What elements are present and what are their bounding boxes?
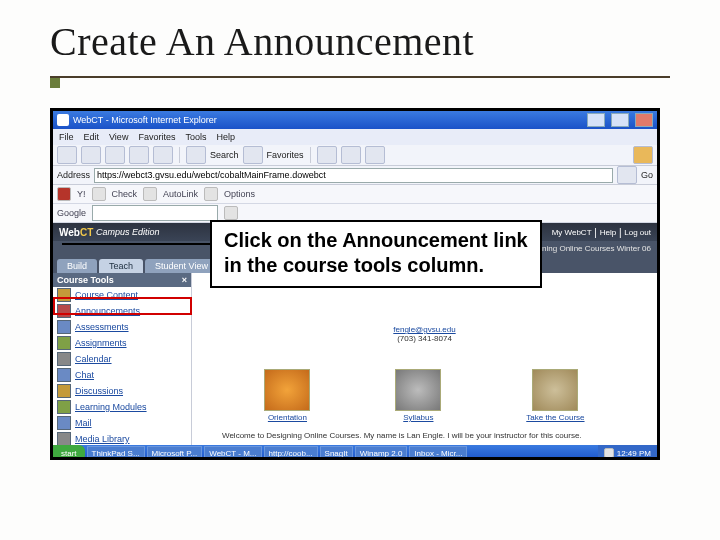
sidebar: Course Tools× Course Content Announcemen… [53,273,192,445]
menu-edit[interactable]: Edit [84,132,100,142]
callout-line-2: in the course tools column. [224,253,528,278]
sidebar-item-announcements[interactable]: Announcements [53,303,191,319]
favorites-label: Favorites [267,150,304,160]
task-5[interactable]: SnagIt [320,446,353,460]
refresh-button[interactable] [129,146,149,164]
task-7[interactable]: Inbox - Micr... [409,446,467,460]
ie-icon [57,114,69,126]
media-icon [57,432,71,445]
menu-favorites[interactable]: Favorites [138,132,175,142]
go-label: Go [641,170,653,180]
contact-block: fengle@gvsu.edu (703) 341-8074 [192,325,657,343]
sidebar-header-course-tools: Course Tools× [53,273,191,287]
system-tray[interactable]: 12:49 PM [598,445,657,460]
task-2[interactable]: Microsoft P... [147,446,203,460]
nav-toolbar: Search Favorites [53,145,657,166]
goog-autolink[interactable]: AutoLink [163,189,198,199]
home-button[interactable] [153,146,173,164]
google-search-input[interactable] [92,205,218,221]
tab-teach[interactable]: Teach [99,259,143,273]
take-course-icon [532,369,578,411]
mail-icon [57,416,71,430]
maximize-button[interactable] [611,113,629,127]
address-input[interactable] [94,168,613,183]
window-titlebar: WebCT - Microsoft Internet Explorer [53,111,657,129]
go-button[interactable] [617,166,637,184]
announce-icon [57,304,71,318]
link-help[interactable]: Help [600,228,616,237]
sidebar-item-calendar[interactable]: Calendar [53,351,191,367]
sidebar-item-assessments[interactable]: Assessments [53,319,191,335]
folder-icon [57,288,71,302]
google-label: Google [57,208,86,218]
main-content: fengle@gvsu.edu (703) 341-8074 Orientati… [192,273,657,445]
clock: 12:49 PM [617,449,651,458]
module-icon [57,400,71,414]
menu-help[interactable]: Help [216,132,235,142]
orientation-icon [264,369,310,411]
windows-taskbar: start ThinkPad S... Microsoft P... WebCT… [53,445,657,460]
task-6[interactable]: Winamp 2.0 [355,446,408,460]
yahoo-icon[interactable] [57,187,71,201]
brand-prefix: Web [59,227,80,238]
discuss-icon [57,384,71,398]
sidebar-item-media-library[interactable]: Media Library [53,431,191,445]
sidebar-item-assignments[interactable]: Assignments [53,335,191,351]
yahoo-toolbar: Y! Check AutoLink Options [53,185,657,204]
slide-title: Create An Announcement [50,18,670,65]
goog-options[interactable]: Options [224,189,255,199]
title-rule [50,76,670,78]
google-search-icon[interactable] [224,206,238,220]
assign-icon [57,336,71,350]
icon-orientation[interactable]: Orientation [264,369,310,422]
tray-icon[interactable] [604,448,614,458]
start-button[interactable]: start [53,445,85,460]
minimize-button[interactable] [587,113,605,127]
sidebar-item-learning-modules[interactable]: Learning Modules [53,399,191,415]
menubar: File Edit View Favorites Tools Help [53,129,657,145]
yahoo-search-icon[interactable] [92,187,106,201]
link-mywebct[interactable]: My WebCT [552,228,592,237]
instruction-callout: Click on the Announcement link in the co… [210,220,542,288]
mail-button[interactable] [341,146,361,164]
collapse-icon[interactable]: × [182,275,187,285]
brand-suffix: CT [80,227,93,238]
forward-button[interactable] [81,146,101,164]
menu-file[interactable]: File [59,132,74,142]
autolink-icon[interactable] [143,187,157,201]
tab-student-view[interactable]: Student View [145,259,218,273]
snagit-button[interactable] [633,146,653,164]
task-3[interactable]: WebCT - M... [204,446,261,460]
tab-build[interactable]: Build [57,259,97,273]
link-logout[interactable]: Log out [624,228,651,237]
close-button[interactable] [635,113,653,127]
stop-button[interactable] [105,146,125,164]
calendar-icon [57,352,71,366]
callout-connector [62,243,210,245]
yahoo-label: Y! [77,189,86,199]
options-icon[interactable] [204,187,218,201]
sidebar-item-mail[interactable]: Mail [53,415,191,431]
address-bar: Address Go [53,166,657,185]
favorites-button[interactable] [243,146,263,164]
menu-view[interactable]: View [109,132,128,142]
task-4[interactable]: http://coob... [264,446,318,460]
assess-icon [57,320,71,334]
sidebar-item-course-content[interactable]: Course Content [53,287,191,303]
menu-tools[interactable]: Tools [185,132,206,142]
icon-take-course[interactable]: Take the Course [526,369,584,422]
print-button[interactable] [365,146,385,164]
callout-line-1: Click on the Announcement link [224,228,528,253]
contact-email[interactable]: fengle@gvsu.edu [192,325,657,334]
icon-syllabus[interactable]: Syllabus [395,369,441,422]
back-button[interactable] [57,146,77,164]
syllabus-icon [395,369,441,411]
sidebar-item-discussions[interactable]: Discussions [53,383,191,399]
brand-edition: Campus Edition [96,227,160,237]
sidebar-item-chat[interactable]: Chat [53,367,191,383]
search-button[interactable] [186,146,206,164]
chat-icon [57,368,71,382]
goog-check[interactable]: Check [112,189,138,199]
task-1[interactable]: ThinkPad S... [87,446,145,460]
history-button[interactable] [317,146,337,164]
